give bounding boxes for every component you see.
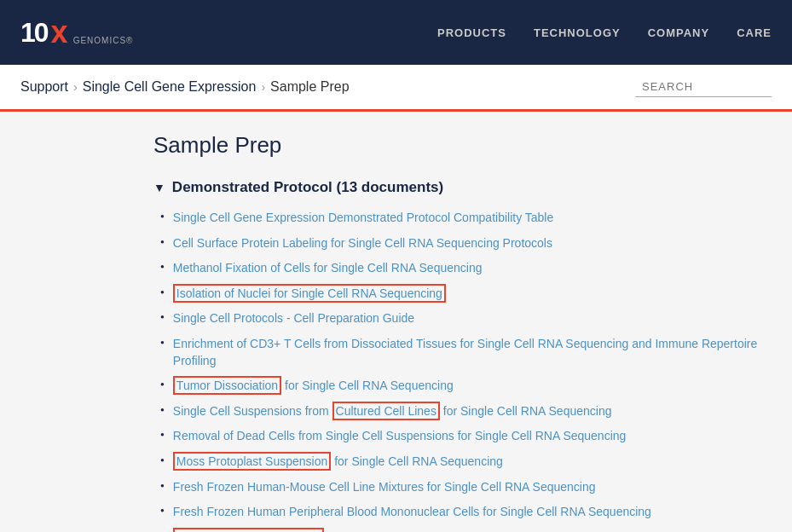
search-input[interactable] (635, 77, 772, 97)
list-item: ● Fresh Frozen Human-Mouse Cell Line Mix… (160, 479, 758, 496)
highlight-box: Cultured Cell Lines (332, 402, 440, 420)
logo-number: 10 (20, 17, 48, 49)
document-list: ● Single Cell Gene Expression Demonstrat… (153, 210, 758, 532)
doc-link[interactable]: Single Cell Suspensions from Cultured Ce… (173, 403, 612, 420)
doc-text-before: Single Cell Suspensions from (173, 404, 332, 418)
bullet-icon: ● (160, 287, 165, 297)
bullet-icon: ● (160, 211, 165, 221)
doc-link[interactable]: Enrichment of CD3+ T Cells from Dissocia… (173, 336, 758, 369)
breadcrumb-support[interactable]: Support (20, 79, 68, 95)
breadcrumb-bar: Support › Single Cell Gene Expression › … (0, 65, 792, 112)
bullet-icon: ● (160, 506, 165, 515)
bullet-icon: ● (160, 379, 165, 389)
page-title: Sample Prep (153, 132, 758, 159)
doc-link[interactable]: Single Cell Protocols - Cell Preparation… (173, 310, 414, 327)
list-item: ● Fresh Frozen Human Peripheral Blood Mo… (160, 504, 758, 521)
navigation: 10x GENOMICS® PRODUCTS TECHNOLOGY COMPAN… (0, 0, 792, 65)
list-item: ● Single Cell Protocols - Cell Preparati… (160, 310, 758, 327)
logo-genomics: GENOMICS® (73, 36, 134, 50)
list-item: ● Tumor Dissociation for Single Cell RNA… (160, 378, 758, 395)
bullet-icon: ● (160, 405, 165, 414)
doc-link[interactable]: Single Cell Gene Expression Demonstrated… (173, 210, 553, 227)
doc-link[interactable]: Fresh Frozen Human Peripheral Blood Mono… (173, 504, 651, 521)
doc-text-after: for Single Cell RNA Sequencing (281, 379, 454, 392)
breadcrumb: Support › Single Cell Gene Expression › … (20, 79, 350, 95)
doc-link[interactable]: Fresh Frozen Human-Mouse Cell Line Mixtu… (173, 479, 596, 496)
breadcrumb-current: Sample Prep (270, 79, 350, 95)
list-item: ● Single Cell Gene Expression Demonstrat… (160, 210, 758, 227)
list-item: ● Cell Surface Protein Labeling for Sing… (160, 235, 758, 252)
bullet-icon: ● (160, 312, 165, 321)
list-item: ● Moss Protoplast Suspension for Single … (160, 454, 758, 471)
breadcrumb-sep-2: › (261, 80, 265, 94)
bullet-icon: ● (160, 455, 165, 465)
bullet-icon: ● (160, 237, 165, 246)
bullet-icon: ● (160, 481, 165, 490)
doc-link[interactable]: Methanol Fixation of Cells for Single Ce… (173, 260, 483, 277)
logo-x: x (51, 14, 68, 50)
list-item: ● Removal of Dead Cells from Single Cell… (160, 428, 758, 445)
list-item: ● Enrichment of CD3+ T Cells from Dissoc… (160, 336, 758, 369)
list-item: ● Isolation of Nuclei for Single Cell RN… (160, 286, 758, 303)
main-content: Sample Prep ▼ Demonstrated Protocol (13 … (0, 112, 792, 532)
section-header: ▼ Demonstrated Protocol (13 documents) (153, 179, 758, 196)
nav-link-care[interactable]: CARE (737, 26, 772, 39)
list-item: ● Methanol Fixation of Cells for Single … (160, 260, 758, 277)
triangle-icon: ▼ (153, 181, 165, 194)
doc-link[interactable]: Removal of Dead Cells from Single Cell S… (173, 428, 627, 445)
logo[interactable]: 10x GENOMICS® (20, 14, 133, 50)
bullet-icon: ● (160, 262, 165, 271)
nav-link-company[interactable]: COMPANY (648, 26, 709, 39)
nav-link-technology[interactable]: TECHNOLOGY (534, 26, 621, 39)
breadcrumb-sep-1: › (73, 80, 78, 94)
breadcrumb-section[interactable]: Single Cell Gene Expression (83, 79, 257, 95)
highlight-box: Dissociation of Mouse Emb (173, 528, 325, 532)
highlight-box: Moss Protoplast Suspension (173, 452, 331, 471)
bullet-icon: ● (160, 430, 165, 439)
highlight-box: Isolation of Nuclei for Single Cell RNA … (173, 284, 446, 303)
doc-text-after: for Single Cell RNA Sequencing (440, 404, 612, 418)
doc-link[interactable]: Moss Protoplast Suspension for Single Ce… (173, 454, 503, 471)
nav-links: PRODUCTS TECHNOLOGY COMPANY CARE (437, 26, 772, 39)
section-title: Demonstrated Protocol (13 documents) (172, 179, 443, 196)
highlight-box: Tumor Dissociation (173, 376, 281, 395)
doc-link[interactable]: Tumor Dissociation for Single Cell RNA S… (173, 378, 454, 395)
bullet-icon: ● (160, 338, 165, 347)
list-item: ● Single Cell Suspensions from Cultured … (160, 403, 758, 420)
doc-link[interactable]: Cell Surface Protein Labeling for Single… (173, 235, 552, 252)
doc-text-after: for Single Cell RNA Sequencing (331, 454, 503, 468)
nav-link-products[interactable]: PRODUCTS (437, 26, 506, 39)
doc-link[interactable]: Isolation of Nuclei for Single Cell RNA … (173, 286, 446, 303)
